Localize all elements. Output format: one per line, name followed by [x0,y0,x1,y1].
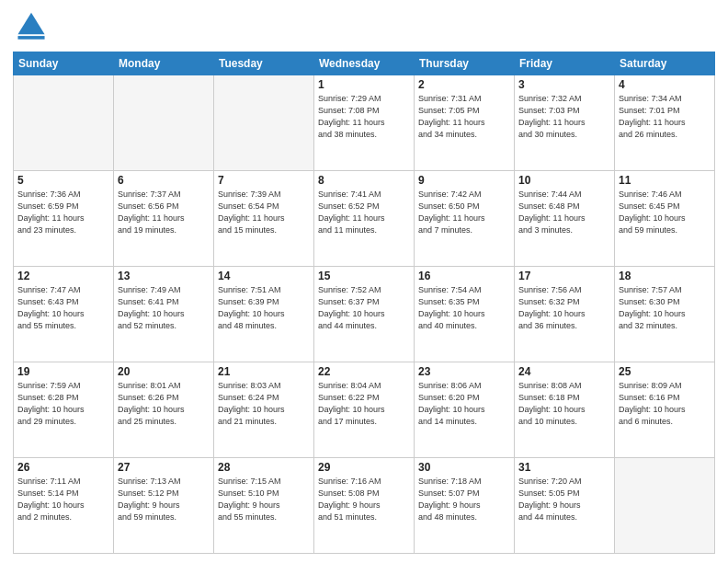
table-row: 10Sunrise: 7:44 AM Sunset: 6:48 PM Dayli… [515,171,615,267]
svg-rect-1 [17,36,44,40]
calendar-header-row: Sunday Monday Tuesday Wednesday Thursday… [14,52,715,75]
day-info: Sunrise: 7:32 AM Sunset: 7:03 PM Dayligh… [518,93,610,141]
logo [13,9,53,46]
day-info: Sunrise: 7:59 AM Sunset: 6:28 PM Dayligh… [17,380,109,428]
day-number: 7 [218,174,310,187]
table-row: 2Sunrise: 7:31 AM Sunset: 7:05 PM Daylig… [415,75,515,171]
day-info: Sunrise: 7:57 AM Sunset: 6:30 PM Dayligh… [619,284,711,332]
table-row: 26Sunrise: 7:11 AM Sunset: 5:14 PM Dayli… [14,458,114,554]
table-row: 1Sunrise: 7:29 AM Sunset: 7:08 PM Daylig… [314,75,415,171]
day-info: Sunrise: 7:34 AM Sunset: 7:01 PM Dayligh… [619,93,711,141]
day-info: Sunrise: 7:41 AM Sunset: 6:52 PM Dayligh… [318,189,410,236]
day-info: Sunrise: 7:46 AM Sunset: 6:45 PM Dayligh… [619,189,711,236]
table-row: 30Sunrise: 7:18 AM Sunset: 5:07 PM Dayli… [415,458,515,554]
calendar-week-row: 26Sunrise: 7:11 AM Sunset: 5:14 PM Dayli… [14,458,715,554]
svg-marker-0 [17,13,44,35]
table-row: 22Sunrise: 8:04 AM Sunset: 6:22 PM Dayli… [314,362,415,458]
col-friday: Friday [515,52,615,75]
col-sunday: Sunday [14,52,114,75]
table-row [214,75,314,171]
day-number: 21 [218,365,310,378]
day-info: Sunrise: 7:18 AM Sunset: 5:07 PM Dayligh… [418,476,510,523]
day-info: Sunrise: 8:03 AM Sunset: 6:24 PM Dayligh… [218,380,310,428]
table-row: 20Sunrise: 8:01 AM Sunset: 6:26 PM Dayli… [114,362,214,458]
day-number: 16 [418,270,510,282]
day-info: Sunrise: 7:52 AM Sunset: 6:37 PM Dayligh… [318,284,410,332]
day-info: Sunrise: 7:29 AM Sunset: 7:08 PM Dayligh… [318,93,410,141]
day-number: 24 [518,365,610,378]
table-row: 3Sunrise: 7:32 AM Sunset: 7:03 PM Daylig… [515,75,615,171]
day-info: Sunrise: 8:06 AM Sunset: 6:20 PM Dayligh… [418,380,510,428]
calendar-week-row: 1Sunrise: 7:29 AM Sunset: 7:08 PM Daylig… [14,75,715,171]
day-info: Sunrise: 7:51 AM Sunset: 6:39 PM Dayligh… [218,284,310,332]
table-row: 8Sunrise: 7:41 AM Sunset: 6:52 PM Daylig… [314,171,415,267]
day-number: 2 [418,78,510,91]
table-row: 24Sunrise: 8:08 AM Sunset: 6:18 PM Dayli… [515,362,615,458]
day-info: Sunrise: 7:44 AM Sunset: 6:48 PM Dayligh… [518,189,610,236]
day-number: 4 [619,78,711,91]
calendar-table: Sunday Monday Tuesday Wednesday Thursday… [13,52,715,554]
table-row: 19Sunrise: 7:59 AM Sunset: 6:28 PM Dayli… [14,362,114,458]
day-number: 12 [17,270,109,282]
header [13,9,715,46]
table-row: 11Sunrise: 7:46 AM Sunset: 6:45 PM Dayli… [615,171,715,267]
day-number: 8 [318,174,410,187]
day-number: 9 [418,174,510,187]
day-info: Sunrise: 8:08 AM Sunset: 6:18 PM Dayligh… [518,380,610,428]
day-info: Sunrise: 7:16 AM Sunset: 5:08 PM Dayligh… [318,476,410,523]
day-number: 17 [518,270,610,282]
day-info: Sunrise: 7:47 AM Sunset: 6:43 PM Dayligh… [17,284,109,332]
day-number: 27 [118,461,210,474]
day-info: Sunrise: 7:49 AM Sunset: 6:41 PM Dayligh… [118,284,210,332]
calendar-week-row: 12Sunrise: 7:47 AM Sunset: 6:43 PM Dayli… [14,267,715,362]
table-row: 15Sunrise: 7:52 AM Sunset: 6:37 PM Dayli… [314,267,415,362]
table-row: 13Sunrise: 7:49 AM Sunset: 6:41 PM Dayli… [114,267,214,362]
table-row: 6Sunrise: 7:37 AM Sunset: 6:56 PM Daylig… [114,171,214,267]
day-info: Sunrise: 7:13 AM Sunset: 5:12 PM Dayligh… [118,476,210,523]
day-number: 19 [17,365,109,378]
col-saturday: Saturday [615,52,715,75]
day-number: 22 [318,365,410,378]
day-number: 26 [17,461,109,474]
table-row: 12Sunrise: 7:47 AM Sunset: 6:43 PM Dayli… [14,267,114,362]
table-row: 5Sunrise: 7:36 AM Sunset: 6:59 PM Daylig… [14,171,114,267]
day-info: Sunrise: 7:37 AM Sunset: 6:56 PM Dayligh… [118,189,210,236]
day-info: Sunrise: 7:11 AM Sunset: 5:14 PM Dayligh… [17,476,109,523]
day-number: 15 [318,270,410,282]
calendar-week-row: 19Sunrise: 7:59 AM Sunset: 6:28 PM Dayli… [14,362,715,458]
table-row: 29Sunrise: 7:16 AM Sunset: 5:08 PM Dayli… [314,458,415,554]
calendar-week-row: 5Sunrise: 7:36 AM Sunset: 6:59 PM Daylig… [14,171,715,267]
day-number: 18 [619,270,711,282]
day-number: 20 [118,365,210,378]
day-info: Sunrise: 7:15 AM Sunset: 5:10 PM Dayligh… [218,476,310,523]
day-number: 6 [118,174,210,187]
day-number: 14 [218,270,310,282]
day-info: Sunrise: 7:39 AM Sunset: 6:54 PM Dayligh… [218,189,310,236]
table-row: 18Sunrise: 7:57 AM Sunset: 6:30 PM Dayli… [615,267,715,362]
col-tuesday: Tuesday [214,52,314,75]
logo-icon [13,9,50,46]
day-info: Sunrise: 7:31 AM Sunset: 7:05 PM Dayligh… [418,93,510,141]
day-info: Sunrise: 8:04 AM Sunset: 6:22 PM Dayligh… [318,380,410,428]
day-info: Sunrise: 7:20 AM Sunset: 5:05 PM Dayligh… [518,476,610,523]
table-row: 28Sunrise: 7:15 AM Sunset: 5:10 PM Dayli… [214,458,314,554]
table-row: 14Sunrise: 7:51 AM Sunset: 6:39 PM Dayli… [214,267,314,362]
day-number: 11 [619,174,711,187]
table-row: 9Sunrise: 7:42 AM Sunset: 6:50 PM Daylig… [415,171,515,267]
table-row: 17Sunrise: 7:56 AM Sunset: 6:32 PM Dayli… [515,267,615,362]
col-wednesday: Wednesday [314,52,415,75]
day-info: Sunrise: 8:01 AM Sunset: 6:26 PM Dayligh… [118,380,210,428]
day-number: 25 [619,365,711,378]
day-info: Sunrise: 8:09 AM Sunset: 6:16 PM Dayligh… [619,380,711,428]
day-number: 29 [318,461,410,474]
day-number: 28 [218,461,310,474]
col-thursday: Thursday [415,52,515,75]
table-row: 4Sunrise: 7:34 AM Sunset: 7:01 PM Daylig… [615,75,715,171]
col-monday: Monday [114,52,214,75]
day-number: 3 [518,78,610,91]
day-number: 23 [418,365,510,378]
table-row: 23Sunrise: 8:06 AM Sunset: 6:20 PM Dayli… [415,362,515,458]
day-number: 13 [118,270,210,282]
day-info: Sunrise: 7:56 AM Sunset: 6:32 PM Dayligh… [518,284,610,332]
table-row [615,458,715,554]
